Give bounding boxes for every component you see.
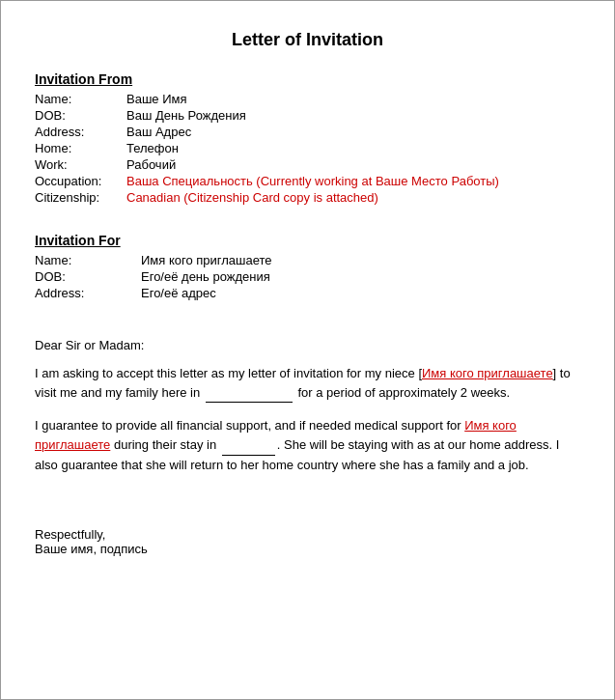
page-title: Letter of Invitation — [35, 30, 580, 50]
field-value: Ваше Имя — [126, 91, 580, 107]
table-row: Work: Рабочий — [35, 156, 580, 173]
signature-line2: Ваше имя, подпись — [35, 542, 580, 556]
invitation-from-heading: Invitation From — [35, 71, 580, 87]
invitation-from-table: Name: Ваше Имя DOB: Ваш День Рождения Ad… — [35, 91, 580, 206]
table-row: Citizenship: Canadian (Citizenship Card … — [35, 189, 580, 206]
field-label: Home: — [35, 140, 126, 156]
invitation-for-table: Name: Имя кого приглашаете DOB: Его/её д… — [35, 252, 580, 301]
city-blank-field[interactable] — [206, 391, 293, 403]
field-value: Ваш День Рождения — [126, 107, 580, 124]
field-label: DOB: — [35, 268, 141, 285]
document: Letter of Invitation Invitation From Nam… — [0, 0, 615, 700]
paragraph2-mid: during their stay in — [110, 437, 216, 452]
paragraph2-pre: I guarantee to provide all financial sup… — [35, 418, 464, 433]
salutation: Dear Sir or Madam: — [35, 338, 580, 352]
table-row: Occupation: Ваша Специальность (Currentl… — [35, 173, 580, 189]
field-label: DOB: — [35, 107, 126, 124]
field-value: Рабочий — [126, 156, 580, 173]
field-label: Address: — [35, 124, 126, 140]
field-label: Work: — [35, 156, 126, 173]
signature-line1: Respectfully, — [35, 527, 580, 542]
field-label: Name: — [35, 91, 126, 107]
table-row: Address: Ваш Адрес — [35, 124, 580, 140]
paragraph1-post: for a period of approximately 2 weeks. — [297, 385, 510, 400]
invitation-for-section: Invitation For Name: Имя кого приглашает… — [35, 233, 580, 301]
paragraph-2: I guarantee to provide all financial sup… — [35, 416, 580, 474]
field-label: Occupation: — [35, 173, 126, 189]
table-row: Name: Имя кого приглашаете — [35, 252, 580, 268]
field-value: Ваш Адрес — [126, 124, 580, 140]
table-row: DOB: Его/её день рождения — [35, 268, 580, 285]
field-label: Citizenship: — [35, 189, 126, 206]
table-row: Name: Ваше Имя — [35, 91, 580, 107]
invitation-for-heading: Invitation For — [35, 233, 580, 248]
field-value: Имя кого приглашаете — [141, 252, 580, 268]
field-value: Его/её день рождения — [141, 268, 580, 285]
table-row: Home: Телефон — [35, 140, 580, 156]
field-value: Его/её адрес — [141, 285, 580, 301]
table-row: DOB: Ваш День Рождения — [35, 107, 580, 124]
paragraph1-name-link: Имя кого приглашаете — [422, 366, 553, 380]
field-value: Canadian (Citizenship Card copy is attac… — [126, 189, 580, 206]
paragraph1-pre: I am asking to accept this letter as my … — [35, 366, 422, 380]
field-value: Ваша Специальность (Currently working at… — [126, 173, 580, 189]
city-blank-field-2[interactable] — [222, 444, 275, 456]
paragraph1-bracket: ] — [553, 366, 557, 380]
field-label: Name: — [35, 252, 141, 268]
table-row: Address: Его/её адрес — [35, 285, 580, 301]
invitation-from-section: Invitation From Name: Ваше Имя DOB: Ваш … — [35, 71, 580, 206]
field-value: Телефон — [126, 140, 580, 156]
paragraph-1: I am asking to accept this letter as my … — [35, 364, 580, 403]
signature-block: Respectfully, Ваше имя, подпись — [35, 527, 580, 556]
field-label: Address: — [35, 285, 141, 301]
